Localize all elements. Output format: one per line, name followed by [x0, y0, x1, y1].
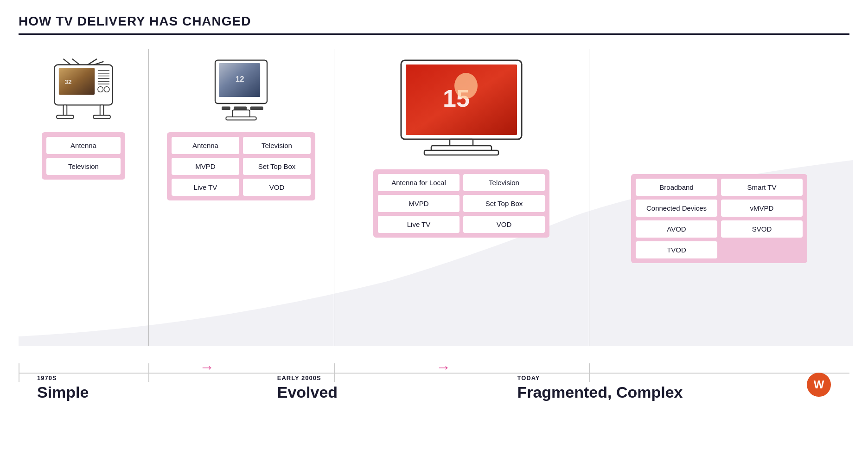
- divider-3: [589, 49, 589, 346]
- era-today-right-cards: Broadband Smart TV Connected Devices vMV…: [631, 174, 807, 263]
- era-label-today: TODAY Fragmented, Complex: [498, 374, 849, 401]
- card-antenna-local-today: Antenna for Local: [378, 174, 460, 191]
- card-vod-2000s: VOD: [243, 179, 311, 196]
- tv-stb-illustration: 12: [211, 58, 271, 123]
- card-livetv-today: Live TV: [378, 216, 460, 233]
- svg-rect-6: [59, 68, 95, 95]
- card-antenna-1970s: Antenna: [46, 137, 121, 154]
- main-container: HOW TV DELIVERY HAS CHANGED: [0, 0, 868, 471]
- card-mvpd-2000s: MVPD: [172, 158, 239, 175]
- svg-text:12: 12: [236, 75, 244, 84]
- era-period-1970s: 1970s: [37, 374, 57, 381]
- card-svod: SVOD: [721, 220, 803, 238]
- era-period-today: TODAY: [517, 374, 540, 381]
- w-logo: W: [807, 373, 831, 397]
- svg-rect-18: [57, 116, 74, 119]
- svg-point-15: [104, 87, 109, 92]
- card-mvpd-today: MVPD: [378, 195, 460, 212]
- era-1970s: 32: [19, 49, 148, 346]
- era-name-2000s: Evolved: [277, 383, 338, 401]
- era-today-right: Broadband Smart TV Connected Devices vMV…: [589, 49, 849, 346]
- svg-point-14: [98, 87, 103, 92]
- card-broadband: Broadband: [636, 179, 717, 196]
- card-television-1970s: Television: [46, 158, 121, 175]
- tv-crt-illustration: 32: [46, 58, 121, 123]
- timeline: [19, 373, 849, 374]
- card-vmvpd: vMVPD: [721, 200, 803, 217]
- card-avod: AVOD: [636, 220, 717, 238]
- svg-rect-36: [424, 150, 498, 155]
- svg-rect-26: [250, 107, 263, 110]
- card-livetv-2000s: Live TV: [172, 179, 239, 196]
- arrow-2: →: [436, 359, 451, 376]
- svg-rect-25: [234, 107, 247, 110]
- diagram-area: 32: [19, 49, 849, 401]
- era-today-left-cards: Antenna for Local Television MVPD Set To…: [373, 169, 549, 238]
- card-vod-today: VOD: [463, 216, 545, 233]
- arrow-1: →: [199, 359, 214, 376]
- title-divider: [19, 33, 849, 35]
- card-settopbox-today: Set Top Box: [463, 195, 545, 212]
- era-name-today: Fragmented, Complex: [517, 383, 683, 401]
- era-today-left: 15 Antenna for Local Television MVPD Set…: [334, 49, 589, 346]
- era-early2000s-cards: Antenna Television MVPD Set Top Box Live…: [167, 132, 315, 200]
- svg-text:32: 32: [64, 78, 71, 85]
- card-television-today: Television: [463, 174, 545, 191]
- svg-rect-28: [226, 117, 256, 120]
- era-labels: 1970s Simple EARLY 2000s Evolved TODAY F…: [19, 374, 849, 401]
- divider-2: [334, 49, 334, 346]
- card-empty: [721, 241, 803, 258]
- svg-point-33: [454, 73, 478, 99]
- svg-rect-17: [100, 105, 104, 116]
- svg-rect-19: [93, 116, 110, 119]
- era-label-1970s: 1970s Simple: [19, 374, 259, 401]
- svg-rect-16: [64, 105, 67, 116]
- card-smarttv: Smart TV: [721, 179, 803, 196]
- era-1970s-cards: Antenna Television: [42, 132, 125, 180]
- page-title: HOW TV DELIVERY HAS CHANGED: [19, 14, 849, 29]
- card-television-2000s: Television: [243, 137, 311, 154]
- card-connected-devices: Connected Devices: [636, 200, 717, 217]
- card-settopbox-2000s: Set Top Box: [243, 158, 311, 175]
- era-period-2000s: EARLY 2000s: [277, 374, 321, 381]
- svg-rect-24: [222, 107, 230, 110]
- divider-1: [148, 49, 149, 346]
- card-tvod: TVOD: [636, 241, 717, 258]
- tv-modern-illustration: 15: [396, 58, 526, 160]
- card-antenna-2000s: Antenna: [172, 137, 239, 154]
- era-early2000s: 12 Antenna Television MVPD Set Top Box L…: [148, 49, 334, 346]
- era-label-2000s: EARLY 2000s Evolved: [259, 374, 499, 401]
- era-name-1970s: Simple: [37, 383, 89, 401]
